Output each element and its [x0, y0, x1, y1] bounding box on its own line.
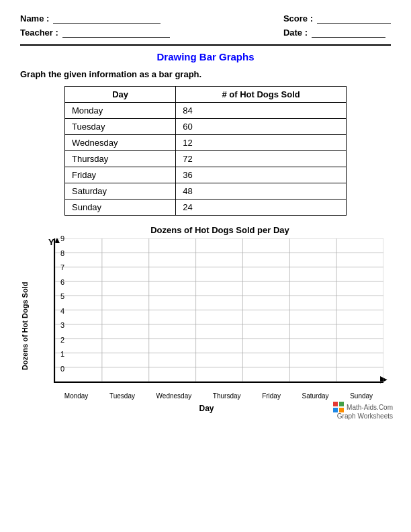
score-row: Score :: [283, 13, 391, 24]
date-label: Date :: [283, 28, 308, 38]
table-row: Wednesday12: [65, 135, 347, 151]
instructions: Graph the given information as a bar gra…: [20, 69, 391, 79]
x-label: Thursday: [213, 392, 241, 400]
table-cell-value: 48: [176, 183, 347, 200]
table-row: Monday84: [65, 103, 347, 119]
logo-squares: [333, 402, 344, 412]
y-number: 5: [60, 292, 64, 300]
y-number: 6: [60, 278, 64, 286]
y-number: 2: [60, 336, 64, 344]
logo-sq-blue: [333, 408, 338, 412]
branding: Math-Aids.Com Graph Worksheets: [333, 402, 393, 420]
grid-svg: [55, 238, 383, 382]
x-labels: MondayTuesdayWednesdayThursdayFridaySatu…: [54, 392, 383, 400]
y-number: 7: [60, 263, 64, 271]
table-cell-value: 24: [176, 200, 347, 216]
data-table: Day # of Hot Dogs Sold Monday84Tuesday60…: [64, 86, 347, 216]
branding-site: Math-Aids.Com: [347, 404, 393, 411]
x-label: Wednesday: [156, 392, 192, 400]
teacher-label: Teacher :: [20, 28, 58, 38]
y-numbers: 9876543210: [54, 238, 67, 383]
y-number: 3: [60, 321, 64, 329]
table-cell-value: 60: [176, 119, 347, 135]
table-cell-value: 36: [176, 167, 347, 183]
table-row: Saturday48: [65, 183, 347, 200]
table-row: Sunday24: [65, 200, 347, 216]
table-cell-day: Tuesday: [65, 119, 176, 135]
y-axis-label: Dozens of Hot Dogs Sold: [20, 259, 31, 393]
table-cell-day: Thursday: [65, 151, 176, 167]
logo-sq-orange: [339, 408, 344, 412]
x-label: Sunday: [350, 392, 373, 400]
table-cell-value: 72: [176, 151, 347, 167]
page-title: Drawing Bar Graphs: [20, 51, 391, 62]
score-line[interactable]: [317, 14, 391, 24]
name-line[interactable]: [53, 14, 161, 24]
table-cell-day: Friday: [65, 167, 176, 183]
header-divider: [20, 44, 391, 46]
date-line[interactable]: [312, 28, 385, 38]
x-label: Friday: [262, 392, 281, 400]
y-number: 4: [60, 307, 64, 315]
graph-area: [54, 238, 383, 383]
table-cell-day: Monday: [65, 103, 176, 119]
header-section: Name : Teacher : Score : Date :: [20, 13, 391, 38]
name-row: Name :: [20, 13, 170, 24]
y-number: 9: [60, 234, 64, 242]
x-label: Saturday: [302, 392, 329, 400]
y-number: 8: [60, 249, 64, 257]
col-day-header: Day: [65, 87, 176, 103]
branding-logo: Math-Aids.Com: [333, 402, 393, 412]
name-label: Name :: [20, 13, 49, 24]
header-left: Name : Teacher :: [20, 13, 170, 38]
table-row: Tuesday60: [65, 119, 347, 135]
table-cell-day: Sunday: [65, 200, 176, 216]
x-label: Tuesday: [109, 392, 135, 400]
graph-title: Dozens of Hot Dogs Sold per Day: [54, 225, 386, 235]
logo-sq-green: [339, 402, 344, 406]
x-label: Monday: [64, 392, 89, 400]
table-cell-day: Saturday: [65, 183, 176, 200]
graph-container: Dozens of Hot Dogs Sold per Day Y Dozens…: [20, 225, 393, 420]
teacher-row: Teacher :: [20, 28, 170, 38]
table-cell-day: Wednesday: [65, 135, 176, 151]
logo-sq-red: [333, 402, 338, 406]
table-header-row: Day # of Hot Dogs Sold: [65, 87, 347, 103]
table-cell-value: 84: [176, 103, 347, 119]
table-row: Friday36: [65, 167, 347, 183]
table-row: Thursday72: [65, 151, 347, 167]
date-row: Date :: [283, 28, 391, 38]
header-right: Score : Date :: [283, 13, 391, 38]
table-cell-value: 12: [176, 135, 347, 151]
col-hotdogs-header: # of Hot Dogs Sold: [176, 87, 347, 103]
score-label: Score :: [283, 13, 313, 24]
y-number: 0: [60, 365, 64, 373]
y-number: 1: [60, 350, 64, 358]
branding-page: Graph Worksheets: [333, 412, 393, 420]
teacher-line[interactable]: [62, 28, 170, 38]
